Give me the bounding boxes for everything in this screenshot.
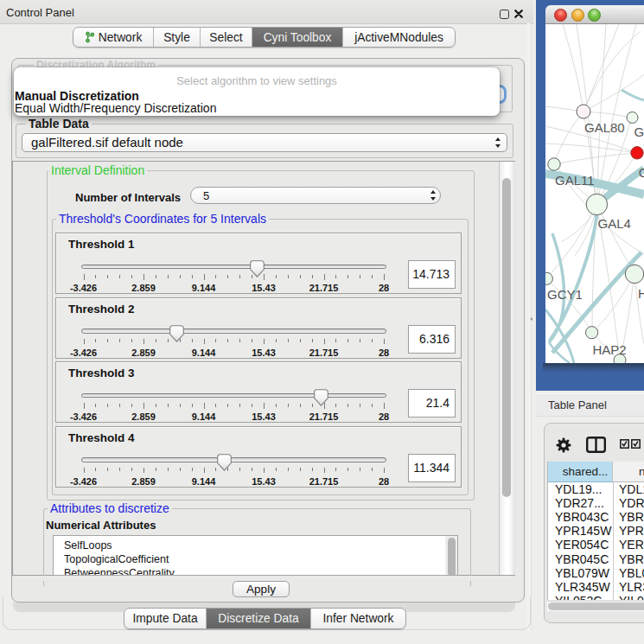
svg-text:GA: GA xyxy=(639,165,644,180)
svg-text:HAP2: HAP2 xyxy=(593,342,627,357)
svg-text:HI: HI xyxy=(638,286,644,301)
svg-text:GCY1: GCY1 xyxy=(547,287,583,302)
svg-text:GAL80: GAL80 xyxy=(584,120,625,135)
svg-text:GA: GA xyxy=(634,124,644,139)
svg-text:GAL4: GAL4 xyxy=(598,216,631,231)
svg-text:GAL11: GAL11 xyxy=(555,173,595,188)
